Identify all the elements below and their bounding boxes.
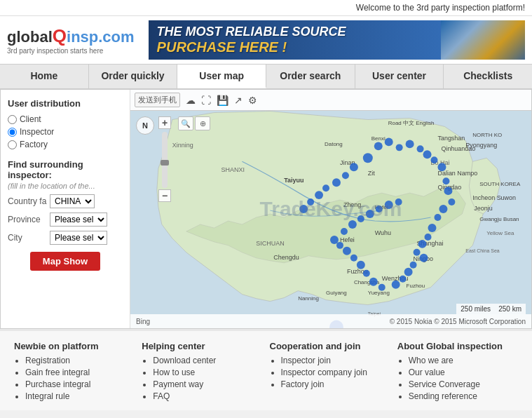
footer-item-gain-integral[interactable]: Gain free integral (25, 368, 135, 377)
footer-item-faq[interactable]: FAQ (153, 391, 262, 401)
send-to-phone-btn[interactable]: 发送到手机 (135, 93, 180, 107)
svg-point-39 (385, 137, 393, 146)
footer-item-purchase-integral[interactable]: Purchase integral (25, 379, 135, 389)
footer-item-integral-rule[interactable]: Integral rule (25, 391, 135, 401)
nav-checklists[interactable]: Checklists (444, 65, 532, 88)
map-copyright: Bing © 2015 Nokia © 2015 Microsoft Corpo… (130, 314, 531, 328)
svg-text:Yellow Sea: Yellow Sea (486, 230, 514, 236)
bing-logo: Bing (136, 318, 150, 325)
mini-search: 🔍 ⊕ (178, 116, 210, 130)
logo-text: globalQinsp.com (7, 25, 135, 47)
footer-item-how-to-use[interactable]: How to use (153, 368, 262, 377)
svg-text:East China Sea: East China Sea (465, 248, 500, 253)
footer-col-cooperation-title: Cooperation and join (270, 341, 390, 351)
zoom-slider[interactable] (162, 132, 168, 188)
distribution-title: User distribution (8, 98, 123, 109)
svg-point-77 (342, 172, 349, 179)
footer-item-payment[interactable]: Payment way (153, 379, 262, 389)
svg-point-54 (414, 249, 421, 256)
nav-home[interactable]: Home (0, 65, 89, 88)
svg-point-80 (315, 191, 323, 199)
location-btn[interactable]: ⊕ (195, 116, 210, 130)
fullscreen-icon[interactable]: ⛶ (201, 95, 211, 106)
svg-point-57 (404, 268, 413, 276)
svg-point-38 (374, 142, 383, 150)
logo-q: Q (53, 25, 67, 46)
svg-text:SOUTH KOREA: SOUTH KOREA (479, 181, 521, 187)
svg-text:Wuhu: Wuhu (375, 229, 391, 236)
svg-point-66 (336, 242, 343, 249)
logo-sub: 3rd party inspection starts here (7, 47, 135, 55)
svg-point-63 (357, 261, 365, 269)
radio-client-input[interactable] (8, 115, 17, 124)
svg-point-48 (448, 198, 455, 205)
footer-item-download[interactable]: Download center (153, 356, 262, 365)
map-area: 发送到手机 ☁ ⛶ 💾 ↗ ⚙ N + − 🔍 ⊕ (130, 90, 531, 328)
svg-point-60 (378, 284, 386, 291)
svg-point-72 (376, 205, 383, 213)
footer-col-helping-title: Helping center (142, 341, 262, 351)
footer-item-who-we-are[interactable]: Who we are (409, 356, 518, 365)
svg-text:Zheng..: Zheng.. (343, 201, 364, 208)
zoom-controls: + − (158, 116, 171, 203)
country-select[interactable]: CHINA (50, 194, 95, 208)
user-type-radios: Client Inspector Factory (8, 114, 123, 149)
map-toolbar: 发送到手机 ☁ ⛶ 💾 ↗ ⚙ (130, 90, 531, 111)
svg-text:Chengdu: Chengdu (273, 254, 299, 261)
footer-item-our-value[interactable]: Our value (409, 368, 518, 377)
welcome-bar: Welcome to the 3rd party inspection plat… (0, 0, 532, 16)
nav-user-center[interactable]: User center (355, 65, 444, 88)
city-label: City (8, 233, 50, 243)
svg-text:Road 中文 English: Road 中文 English (388, 120, 435, 126)
city-select[interactable]: Please sel (50, 231, 107, 245)
map-scale: 250 miles 250 km (456, 304, 526, 314)
svg-point-47 (444, 187, 452, 195)
radio-inspector[interactable]: Inspector (8, 127, 123, 137)
footer-col-newbie: Newbie on platform Registration Gain fre… (14, 341, 135, 403)
footer-item-inspector-company-join[interactable]: Inspector company join (281, 368, 390, 377)
nav-order-quickly[interactable]: Order quickly (89, 65, 178, 88)
nav-user-map[interactable]: User map (177, 65, 266, 88)
svg-point-59 (392, 281, 400, 289)
svg-point-67 (330, 236, 339, 244)
share-icon[interactable]: ↗ (234, 95, 243, 106)
map-show-button[interactable]: Map Show (30, 252, 100, 271)
cloud-icon[interactable]: ☁ (186, 95, 196, 106)
radio-factory[interactable]: Factory (8, 140, 123, 149)
radio-client[interactable]: Client (8, 114, 123, 124)
province-select[interactable]: Please sel (50, 213, 107, 227)
welcome-text: Welcome to the 3rd party inspection plat… (356, 3, 525, 13)
svg-text:Fuzhou: Fuzhou (407, 283, 425, 289)
footer-item-sending-reference[interactable]: Sending reference (409, 391, 518, 401)
footer-item-registration[interactable]: Registration (25, 356, 135, 365)
svg-point-70 (357, 215, 364, 222)
svg-point-44 (431, 156, 438, 163)
zoom-in-button[interactable]: + (158, 116, 171, 129)
footer-item-inspector-join[interactable]: Inspector join (281, 356, 390, 365)
main-content: User distribution Client Inspector Facto… (0, 89, 532, 329)
svg-point-58 (400, 276, 407, 283)
find-hint: (fill in the location of the... (8, 182, 123, 190)
country-row: Country fa CHINA (8, 194, 123, 208)
settings-icon[interactable]: ⚙ (248, 95, 257, 106)
radio-factory-input[interactable] (8, 140, 17, 149)
svg-text:Hefei: Hefei (340, 236, 355, 243)
footer-item-service-coverage[interactable]: Service Converage (409, 379, 518, 389)
radio-inspector-input[interactable] (8, 128, 17, 137)
save-icon[interactable]: 💾 (217, 95, 229, 106)
copyright-text: © 2015 Nokia © 2015 Microsoft Corporatio… (390, 318, 526, 325)
footer-col-newbie-title: Newbie on platform (14, 341, 135, 351)
svg-point-76 (350, 163, 358, 171)
svg-point-68 (341, 228, 348, 235)
find-title: Find surrounding inspector: (8, 159, 123, 180)
svg-text:Taiyuu: Taiyuu (284, 177, 303, 184)
footer: Newbie on platform Registration Gain fre… (0, 329, 532, 410)
zoom-out-button[interactable]: − (158, 189, 171, 202)
footer-item-factory-join[interactable]: Factory join (281, 379, 390, 389)
nav-order-search[interactable]: Order search (266, 65, 355, 88)
svg-text:NORTH KO: NORTH KO (472, 132, 502, 138)
svg-text:Guiyang: Guiyang (326, 290, 347, 296)
svg-point-81 (307, 198, 314, 205)
search-btn[interactable]: 🔍 (178, 116, 193, 130)
compass: N (136, 116, 154, 135)
